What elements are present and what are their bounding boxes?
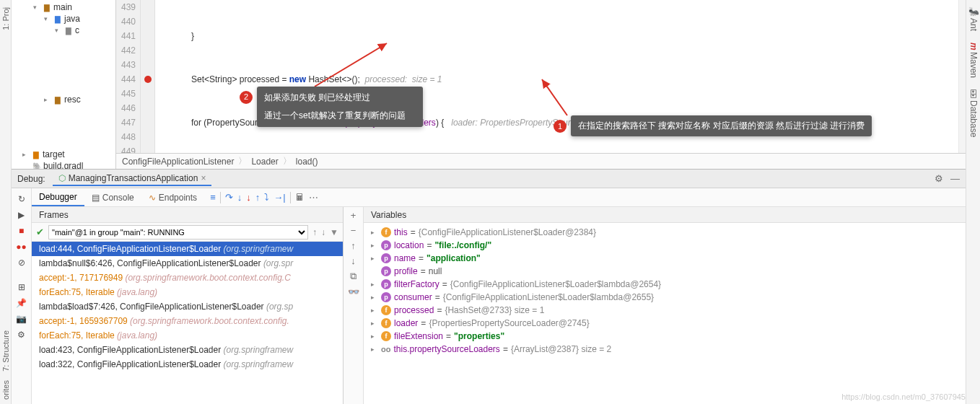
breadcrumb-inner[interactable]: Loader bbox=[251, 157, 278, 167]
code-editor[interactable]: 439440441442443444445446447448449450 } S… bbox=[116, 0, 966, 169]
stack-frame[interactable]: load:444, ConfigFileApplicationListener$… bbox=[32, 242, 343, 256]
filter-frames-icon[interactable]: ▼ bbox=[330, 227, 338, 237]
tree-main[interactable]: main bbox=[53, 2, 72, 12]
ant-icon: 🐜 bbox=[968, 6, 979, 17]
variables-toolbar: + − ↑ ↓ ⧉ 👓 bbox=[344, 207, 364, 404]
stack-frame[interactable]: load:423, ConfigFileApplicationListener$… bbox=[32, 343, 343, 357]
stack-frame[interactable]: forEach:75, Iterable (java.lang) bbox=[32, 285, 343, 299]
database-icon: 🗄 bbox=[968, 89, 979, 99]
endpoints-icon: ∿ bbox=[149, 193, 156, 203]
mute-bp-icon[interactable]: ⊘ bbox=[15, 256, 28, 269]
debug-title: Debug: bbox=[17, 174, 45, 184]
tree-resc[interactable]: resc bbox=[64, 95, 81, 105]
variable-row[interactable]: ▸plocation = "file:./config/" bbox=[364, 239, 966, 252]
resume-icon[interactable]: ▶ bbox=[15, 208, 28, 221]
variable-row[interactable]: ▸pconsumer = {ConfigFileApplicationListe… bbox=[364, 291, 966, 304]
folder-icon: ▇ bbox=[42, 3, 52, 12]
watermark: https://blog.csdn.net/m0_37607945 bbox=[841, 392, 966, 401]
variable-row[interactable]: ▸floader = {PropertiesPropertySourceLoad… bbox=[364, 317, 966, 330]
project-tree[interactable]: ▾▇main ▾▇java ▾▇c ▸▇resc ▸▇target 🐘build… bbox=[12, 0, 116, 169]
tree-java[interactable]: java bbox=[64, 14, 80, 24]
console-icon: ▤ bbox=[92, 193, 100, 203]
breadcrumb-method[interactable]: load() bbox=[296, 157, 318, 167]
run-to-cursor-icon[interactable]: →| bbox=[274, 192, 285, 203]
rerun-icon[interactable]: ↻ bbox=[15, 193, 28, 206]
annotation-1: 1 在指定的搜索路径下 搜索对应名称 对应后缀的资源 然后进行过滤 进行消费 bbox=[571, 115, 872, 136]
step-out-icon[interactable]: ↑ bbox=[255, 192, 261, 203]
variable-row[interactable]: ▸ffileExtension = "properties" bbox=[364, 330, 966, 343]
pin-icon[interactable]: 📌 bbox=[15, 297, 28, 309]
breadcrumb-class[interactable]: ConfigFileApplicationListener bbox=[122, 157, 234, 167]
project-tool-tab[interactable]: 1: Proj bbox=[1, 3, 10, 35]
copy-icon[interactable]: ⧉ bbox=[350, 271, 356, 282]
stack-frame[interactable]: lambda$null$6:426, ConfigFileApplication… bbox=[32, 256, 343, 271]
variable-row[interactable]: ▸oothis.propertySourceLoaders = {ArrayLi… bbox=[364, 343, 966, 356]
down-icon[interactable]: ↓ bbox=[351, 255, 356, 266]
debug-tool-window: Debug: ⬡ ManagingTransactionsApplication… bbox=[12, 169, 966, 404]
trace-icon[interactable]: ⋯ bbox=[309, 192, 318, 203]
ant-tool-tab[interactable]: 🐜Ant bbox=[968, 3, 979, 34]
step-into-icon[interactable]: ↓ bbox=[237, 192, 242, 203]
camera-icon[interactable]: 📷 bbox=[15, 312, 28, 325]
glasses-icon[interactable]: 👓 bbox=[348, 286, 359, 297]
frames-header: Frames bbox=[32, 207, 343, 223]
step-over-icon[interactable]: ↷ bbox=[225, 192, 233, 203]
variable-row[interactable]: ▸fthis = {ConfigFileApplicationListener$… bbox=[364, 226, 966, 239]
spring-icon: ⬡ bbox=[58, 173, 66, 183]
left-tool-stripe: 1: Proj 7: Structure orites bbox=[0, 0, 12, 404]
breakpoint-icon[interactable] bbox=[144, 76, 152, 83]
frames-list[interactable]: load:444, ConfigFileApplicationListener$… bbox=[32, 242, 343, 404]
add-watch-icon[interactable]: + bbox=[351, 210, 356, 221]
database-tool-tab[interactable]: 🗄Database bbox=[968, 87, 979, 140]
tree-target[interactable]: target bbox=[43, 149, 65, 159]
tree-build[interactable]: build.gradl bbox=[43, 161, 83, 169]
tab-console[interactable]: ▤Console bbox=[84, 190, 141, 206]
gradle-icon: 🐘 bbox=[32, 162, 42, 169]
variable-row[interactable]: ▸pname = "application" bbox=[364, 252, 966, 265]
close-icon[interactable]: × bbox=[201, 173, 206, 183]
maven-tool-tab[interactable]: mMaven bbox=[968, 40, 979, 81]
layout-icon[interactable]: ⊞ bbox=[15, 281, 28, 294]
drop-frame-icon[interactable]: ⤵ bbox=[264, 192, 269, 203]
variables-header: Variables bbox=[364, 207, 966, 223]
stack-frame[interactable]: forEach:75, Iterable (java.lang) bbox=[32, 328, 343, 343]
tab-debugger[interactable]: Debugger bbox=[32, 189, 84, 206]
remove-watch-icon[interactable]: − bbox=[351, 225, 356, 236]
force-step-into-icon[interactable]: ↓ bbox=[246, 192, 251, 203]
favorites-tool-tab[interactable]: orites bbox=[1, 376, 10, 404]
thread-selector[interactable]: "main"@1 in group "main": RUNNING bbox=[48, 225, 308, 240]
package-icon: ▇ bbox=[64, 26, 74, 35]
stack-frame[interactable]: accept:-1, 1659367709 (org.springframewo… bbox=[32, 314, 343, 328]
threads-icon[interactable]: ≡ bbox=[210, 192, 216, 203]
up-icon[interactable]: ↑ bbox=[351, 240, 356, 251]
variable-row[interactable]: ▸fprocessed = {HashSet@2733} size = 1 bbox=[364, 304, 966, 317]
evaluate-icon[interactable]: 🖩 bbox=[295, 192, 305, 203]
target-folder-icon: ▇ bbox=[31, 150, 41, 159]
right-tool-stripe: 🐜Ant mMaven 🗄Database bbox=[966, 0, 980, 404]
breakpoints-icon[interactable]: ●● bbox=[15, 240, 28, 253]
settings-icon[interactable]: ⚙ bbox=[15, 328, 28, 341]
debug-run-gutter: ↻ ▶ ■ ●● ⊘ ⊞ 📌 📷 ⚙ bbox=[12, 188, 32, 404]
breakpoint-gutter[interactable] bbox=[141, 0, 155, 153]
source-folder-icon: ▇ bbox=[53, 14, 63, 23]
variable-row[interactable]: pprofile = null bbox=[364, 265, 966, 278]
gear-icon[interactable]: ⚙ bbox=[935, 173, 943, 184]
hide-icon[interactable]: — bbox=[950, 173, 960, 184]
structure-tool-tab[interactable]: 7: Structure bbox=[1, 326, 10, 376]
stack-frame[interactable]: accept:-1, 717176949 (org.springframewor… bbox=[32, 271, 343, 285]
stack-frame[interactable]: load:322, ConfigFileApplicationListener$… bbox=[32, 357, 343, 372]
stack-frame[interactable]: lambda$load$7:426, ConfigFileApplication… bbox=[32, 299, 343, 314]
annotation-2: 2 如果添加失败 则已经处理过 通过一个set就解决了重复判断的问题 bbox=[257, 87, 423, 127]
next-frame-icon[interactable]: ↓ bbox=[321, 227, 325, 237]
breadcrumb[interactable]: ConfigFileApplicationListener〉 Loader〉 l… bbox=[116, 153, 966, 169]
prev-frame-icon[interactable]: ↑ bbox=[312, 227, 317, 237]
resources-folder-icon: ▇ bbox=[53, 95, 63, 104]
variable-row[interactable]: ▸pfilterFactory = {ConfigFileApplication… bbox=[364, 278, 966, 291]
variables-list[interactable]: ▸fthis = {ConfigFileApplicationListener$… bbox=[364, 223, 966, 404]
error-stripe[interactable] bbox=[958, 0, 966, 153]
line-numbers: 439440441442443444445446447448449450 bbox=[116, 0, 141, 153]
run-config-tab[interactable]: ⬡ ManagingTransactionsApplication × bbox=[53, 172, 212, 186]
tree-c[interactable]: c bbox=[75, 25, 79, 35]
tab-endpoints[interactable]: ∿Endpoints bbox=[141, 190, 204, 206]
stop-icon[interactable]: ■ bbox=[15, 224, 28, 237]
